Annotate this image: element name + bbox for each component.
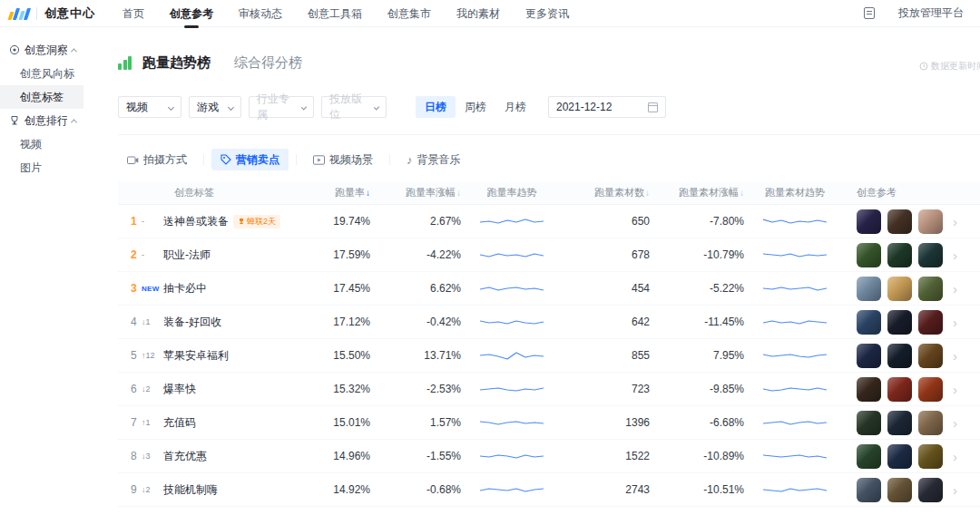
dimension-tabs: 拍摄方式 营销卖点 视频场景 [118,149,470,170]
sidebar-item-creative-tags[interactable]: 创意标签 [0,85,83,109]
row-expand-chevron[interactable]: › [953,349,957,363]
select-industry-exclusive[interactable]: 行业专属 [249,96,314,118]
creative-tag-name[interactable]: 职业-法师 [163,248,211,263]
period-tab-weekly[interactable]: 周榜 [456,96,495,118]
nav-item-toolbox[interactable]: 创意工具箱 [308,0,362,27]
dimension-tab-shooting[interactable]: 拍摄方式 [118,149,196,170]
creative-thumbnail[interactable] [887,344,912,368]
creative-tag-name[interactable]: 送神兽或装备 [163,214,229,229]
row-expand-chevron[interactable]: › [953,282,957,296]
sidebar-group-insight[interactable]: 创意洞察 [0,38,83,62]
creative-thumbnail[interactable] [918,243,943,267]
creative-center-app: 创意中心 首页 创意参考 审核动态 创意工具箱 创意集市 我的素材 更多资讯 投… [0,0,980,515]
creative-thumbnail[interactable] [887,377,912,402]
creative-thumbnail[interactable] [857,209,881,234]
run-rate-value: 19.74% [298,215,370,228]
run-rate-trend-sparkline [461,281,563,296]
creative-tag-name[interactable]: 技能机制嗨 [163,482,218,498]
rank-change-indicator: ↓1 [142,317,151,326]
nav-item-my-materials[interactable]: 我的素材 [456,0,500,27]
camera-icon [127,155,139,165]
creative-tag-name[interactable]: 抽卡必中 [163,281,207,296]
creative-thumbnail[interactable] [918,377,943,402]
creative-tag-name[interactable]: 苹果安卓福利 [163,348,229,364]
creative-thumbnail[interactable] [857,310,881,335]
rank-change-indicator: ↓3 [142,452,151,461]
dimension-tab-video-scene[interactable]: 视频场景 [304,149,382,170]
chevron-down-icon [228,103,234,110]
creative-tag-name[interactable]: 首充优惠 [163,449,207,464]
document-icon[interactable] [864,7,875,19]
dimension-tab-bgm[interactable]: ♪ 背景音乐 [397,149,470,170]
tab-volume-trend[interactable]: 跑量趋势榜 [142,54,211,72]
run-rate-trend-sparkline [461,315,563,329]
sidebar-group-ranking[interactable]: 创意排行榜 [0,109,83,132]
creative-thumbnail[interactable] [887,478,912,502]
sidebar-item-image[interactable]: 图片 [0,156,83,180]
creative-thumbnail[interactable] [887,444,912,469]
creative-thumbnail[interactable] [918,277,943,301]
creative-tag-name[interactable]: 装备-好回收 [163,315,221,330]
creative-thumbnail[interactable] [918,344,943,368]
row-expand-chevron[interactable]: › [953,215,957,228]
rank-number: 9 [131,483,138,496]
creative-thumbnail[interactable] [857,243,881,267]
materials-change-value: -6.68% [650,416,744,429]
creative-thumbnail[interactable] [887,277,912,301]
creative-thumbnail[interactable] [887,243,912,267]
creative-thumbnail[interactable] [887,209,912,234]
materials-change-value: 7.95% [650,349,744,362]
run-rate-change-value: -0.68% [370,483,461,496]
creative-thumbnail[interactable] [918,310,943,335]
creative-tag-name[interactable]: 爆率快 [163,382,196,397]
run-rate-trend-sparkline [461,382,563,396]
creative-thumbnail[interactable] [857,444,881,469]
row-expand-chevron[interactable]: › [953,416,957,430]
run-rate-trend-sparkline [461,449,563,463]
materials-count-value: 650 [563,215,650,228]
nav-item-review[interactable]: 审核动态 [239,0,282,27]
board-tabs: 跑量趋势榜 综合得分榜 [118,54,302,72]
col-run-rate-change[interactable]: 跑量率涨幅↓ [370,186,461,199]
materials-trend-sparkline [744,281,846,296]
nav-item-more-news[interactable]: 更多资讯 [525,0,569,27]
tab-overall-score[interactable]: 综合得分榜 [234,54,302,72]
streak-badge: 蝉联2天 [233,215,280,228]
col-run-rate[interactable]: 跑量率↓ [298,186,370,199]
row-expand-chevron[interactable]: › [953,483,957,497]
period-tab-monthly[interactable]: 月榜 [495,96,535,118]
date-picker[interactable]: 2021-12-12 [548,96,666,118]
col-materials-count[interactable]: 跑量素材数↓ [563,186,650,199]
nav-item-market[interactable]: 创意集市 [387,0,431,27]
creative-thumbnail[interactable] [857,411,881,435]
row-expand-chevron[interactable]: › [953,383,957,396]
nav-item-home[interactable]: 首页 [122,0,144,27]
creative-tag-name[interactable]: 充值码 [163,415,196,431]
row-expand-chevron[interactable]: › [953,450,957,463]
row-expand-chevron[interactable]: › [953,316,957,329]
sidebar-item-trend-vane[interactable]: 创意风向标 [0,62,83,85]
music-note-icon: ♪ [407,154,413,166]
select-media-type[interactable]: 视频 [118,96,181,118]
creative-thumbnail[interactable] [918,444,943,469]
col-materials-change[interactable]: 跑量素材涨幅↓ [650,186,744,199]
creative-thumbnail[interactable] [918,411,943,435]
row-expand-chevron[interactable]: › [953,248,957,262]
creative-thumbnail[interactable] [887,411,912,435]
insight-icon [9,44,20,55]
creative-thumbnail[interactable] [887,310,912,335]
creative-thumbnail[interactable] [857,277,881,301]
delivery-platform-link[interactable]: 投放管理平台 [898,5,964,21]
creative-thumbnail[interactable] [918,209,943,234]
creative-thumbnail[interactable] [857,377,881,402]
dimension-tab-selling-points[interactable]: 营销卖点 [211,149,289,170]
creative-thumbnail[interactable] [918,478,943,502]
materials-trend-sparkline [744,482,846,497]
period-tab-daily[interactable]: 日榜 [416,96,456,118]
select-placement[interactable]: 投放版位 [321,96,387,118]
creative-thumbnail[interactable] [857,344,881,368]
sidebar-item-video[interactable]: 视频 [0,132,83,156]
select-industry[interactable]: 游戏 [189,96,241,118]
creative-thumbnail[interactable] [857,478,881,502]
nav-item-creative-reference[interactable]: 创意参考 [170,0,213,27]
